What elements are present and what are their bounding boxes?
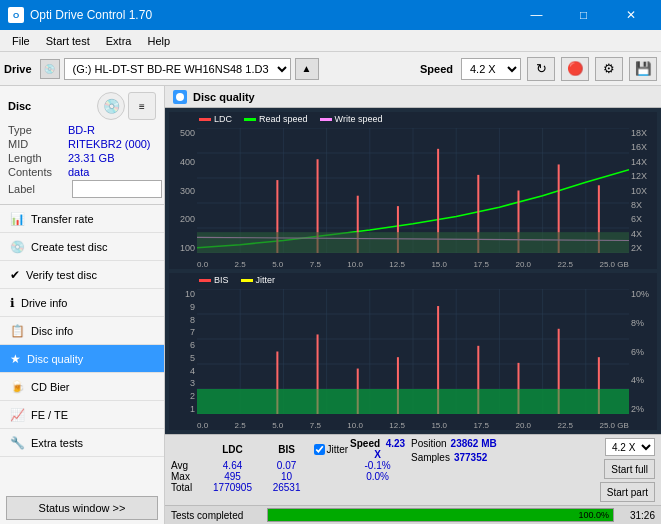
- disc-panel: Disc 💿 ≡ Type BD-R MID RITEKBR2 (000) Le…: [0, 86, 164, 205]
- drive-bar: Drive 💿 (G:) HL-DT-ST BD-RE WH16NS48 1.D…: [0, 52, 661, 86]
- disc-quality-header: Disc quality: [165, 86, 661, 108]
- yr-6x: 6X: [631, 214, 642, 224]
- drive-icon: 💿: [40, 59, 60, 79]
- disc-mid-val: RITEKBR2 (000): [68, 138, 151, 150]
- x-100: 10.0: [347, 260, 363, 269]
- sidebar-item-label: Verify test disc: [26, 269, 97, 281]
- refresh-button[interactable]: ↻: [527, 57, 555, 81]
- jitter-checkbox[interactable]: [314, 444, 325, 455]
- menu-extra[interactable]: Extra: [98, 33, 140, 49]
- sidebar-item-fe-te[interactable]: 📈 FE / TE: [0, 401, 164, 429]
- x-25: 2.5: [235, 260, 246, 269]
- status-window-button[interactable]: Status window >>: [6, 496, 158, 520]
- close-button[interactable]: ✕: [608, 0, 653, 30]
- bis-y-axis-right: 10% 8% 6% 4% 2%: [629, 289, 657, 414]
- sidebar-item-disc-info[interactable]: 📋 Disc info: [0, 317, 164, 345]
- cd-bier-icon: 🍺: [10, 380, 25, 394]
- speed-label: Speed: [420, 63, 453, 75]
- content-area: Disc quality LDC Read speed: [165, 86, 661, 524]
- menu-help[interactable]: Help: [139, 33, 178, 49]
- yr-8x: 8X: [631, 200, 642, 210]
- y-label-500: 500: [180, 128, 195, 138]
- progress-pct: 100.0%: [578, 510, 609, 520]
- menu-file[interactable]: File: [4, 33, 38, 49]
- disc-image-icon: 💿: [97, 92, 125, 120]
- bis-chart-bg: BIS Jitter 10 9 8 7 6 5: [169, 273, 657, 430]
- maximize-button[interactable]: □: [561, 0, 606, 30]
- bis-x-axis: 0.0 2.5 5.0 7.5 10.0 12.5 15.0 17.5 20.0…: [197, 421, 629, 430]
- sidebar-item-label: FE / TE: [31, 409, 68, 421]
- minimize-button[interactable]: —: [514, 0, 559, 30]
- disc-section-title: Disc: [8, 100, 31, 112]
- svg-point-0: [176, 93, 184, 101]
- header-speed: Speed 4.23 X: [348, 438, 407, 460]
- bis-chart-container: BIS Jitter 10 9 8 7 6 5: [169, 273, 657, 430]
- menu-start-test[interactable]: Start test: [38, 33, 98, 49]
- sidebar-item-extra-tests[interactable]: 🔧 Extra tests: [0, 429, 164, 457]
- read-speed-color-swatch: [244, 118, 256, 121]
- samples-row: Samples 377352: [411, 452, 487, 463]
- sidebar-item-verify-test-disc[interactable]: ✔ Verify test disc: [0, 261, 164, 289]
- app-title: Opti Drive Control 1.70: [30, 8, 152, 22]
- total-ldc: 1770905: [205, 482, 259, 493]
- read-speed-legend-label: Read speed: [259, 114, 308, 124]
- sidebar-item-disc-quality[interactable]: ★ Disc quality: [0, 345, 164, 373]
- y-label-400: 400: [180, 157, 195, 167]
- disc-type-key: Type: [8, 124, 68, 136]
- ldc-color-swatch: [199, 118, 211, 121]
- speed-select-stats[interactable]: 4.2 X: [605, 438, 655, 456]
- samples-val: 377352: [454, 452, 487, 463]
- bis-color-swatch: [199, 279, 211, 282]
- nav-items: 📊 Transfer rate 💿 Create test disc ✔ Ver…: [0, 205, 164, 492]
- ldc-chart-container: LDC Read speed Write speed 500: [169, 112, 657, 269]
- app-icon: O: [8, 7, 24, 23]
- jitter-label: Jitter: [327, 444, 349, 455]
- max-label: Max: [171, 471, 205, 482]
- write-speed-color-swatch: [320, 118, 332, 121]
- disc-options-icon: ≡: [128, 92, 156, 120]
- transfer-rate-icon: 📊: [10, 212, 25, 226]
- bis-legend-bis: BIS: [199, 275, 229, 285]
- save-button[interactable]: 💾: [629, 57, 657, 81]
- yr-4x: 4X: [631, 229, 642, 239]
- y-label-300: 300: [180, 186, 195, 196]
- stats-panel: LDC BIS Jitter Speed 4.23 X: [165, 434, 661, 505]
- x-75: 7.5: [310, 260, 321, 269]
- avg-bis: 0.07: [260, 460, 314, 471]
- drive-label: Drive: [4, 63, 32, 75]
- sidebar-item-drive-info[interactable]: ℹ Drive info: [0, 289, 164, 317]
- sidebar-item-create-test-disc[interactable]: 💿 Create test disc: [0, 233, 164, 261]
- disc-label-key: Label: [8, 183, 68, 195]
- max-bis: 10: [260, 471, 314, 482]
- yr-12x: 12X: [631, 171, 647, 181]
- sidebar-item-transfer-rate[interactable]: 📊 Transfer rate: [0, 205, 164, 233]
- burn-button[interactable]: 🔴: [561, 57, 589, 81]
- start-full-button[interactable]: Start full: [604, 459, 655, 479]
- jitter-checkbox-label[interactable]: Jitter: [314, 444, 349, 455]
- ldc-legend: LDC Read speed Write speed: [199, 114, 382, 124]
- x-0: 0.0: [197, 260, 208, 269]
- x-200: 20.0: [515, 260, 531, 269]
- write-speed-legend: Write speed: [320, 114, 383, 124]
- speed-select[interactable]: 4.2 X: [461, 58, 521, 80]
- disc-contents-val: data: [68, 166, 89, 178]
- settings-button[interactable]: ⚙: [595, 57, 623, 81]
- eject-button[interactable]: ▲: [295, 58, 319, 80]
- yr-14x: 14X: [631, 157, 647, 167]
- disc-label-input[interactable]: [72, 180, 162, 198]
- yr-16x: 16X: [631, 142, 647, 152]
- sidebar-item-label: CD Bier: [31, 381, 70, 393]
- ldc-chart-bg: LDC Read speed Write speed 500: [169, 112, 657, 269]
- progress-bar-fill: [268, 509, 613, 521]
- write-speed-legend-label: Write speed: [335, 114, 383, 124]
- drive-select[interactable]: (G:) HL-DT-ST BD-RE WH16NS48 1.D3: [64, 58, 291, 80]
- ldc-x-axis: 0.0 2.5 5.0 7.5 10.0 12.5 15.0 17.5 20.0…: [197, 260, 629, 269]
- progress-time: 31:26: [620, 510, 655, 521]
- disc-quality-title: Disc quality: [193, 91, 255, 103]
- start-part-button[interactable]: Start part: [600, 482, 655, 502]
- max-ldc: 495: [205, 471, 259, 482]
- sidebar-item-label: Extra tests: [31, 437, 83, 449]
- disc-type-val: BD-R: [68, 124, 95, 136]
- sidebar-item-cd-bier[interactable]: 🍺 CD Bier: [0, 373, 164, 401]
- create-test-disc-icon: 💿: [10, 240, 25, 254]
